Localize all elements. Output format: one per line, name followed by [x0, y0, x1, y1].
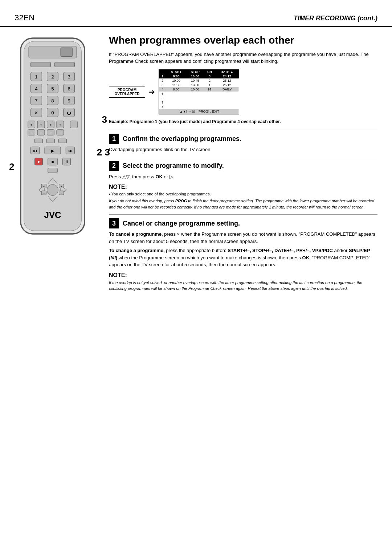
svg-text:+: + — [61, 185, 62, 188]
svg-text:+: + — [30, 123, 33, 127]
svg-text:■: ■ — [52, 159, 54, 164]
step-3-header: 3 Cancel or change programme setting. — [109, 218, 377, 228]
remote-control-image: 1 2 3 4 5 6 7 8 9 ✕ — [13, 34, 96, 243]
svg-rect-48 — [47, 139, 55, 143]
table-row: 49:0010:0092DAILY — [159, 87, 239, 92]
badge-23: 2 3 — [97, 147, 110, 158]
svg-rect-47 — [35, 139, 43, 143]
svg-text:4: 4 — [35, 86, 37, 92]
note-1-text: If you do not mind this overlap, press P… — [109, 198, 377, 210]
col-stop: STOP — [186, 70, 204, 74]
content-column: When programmes overlap each other If "P… — [102, 27, 392, 303]
svg-text:–: – — [30, 131, 33, 135]
step-2-header: 2 Select the programme to modify. — [109, 161, 377, 171]
nav-hint: [▲▼] → ☑ [PROG] : EXIT — [159, 109, 239, 114]
arrow-icon: ➔ — [149, 88, 155, 96]
page-header: 32EN TIMER RECORDING (cont.) — [0, 0, 392, 27]
svg-text:8: 8 — [51, 98, 54, 104]
badge-3: 3 — [102, 114, 107, 125]
step-2-body: Press △▽, then press OK or ▷. — [109, 173, 377, 181]
svg-rect-3 — [61, 48, 73, 56]
svg-text:▶: ▶ — [51, 149, 54, 153]
note-2-title: NOTE: — [109, 272, 377, 279]
svg-text:⏸: ⏸ — [65, 159, 69, 164]
step-1-section: 1 Confirm the overlapping programmes. Ov… — [109, 130, 377, 153]
main-content: 1 2 3 4 5 6 7 8 9 ✕ — [0, 27, 392, 303]
svg-text:JVC: JVC — [44, 210, 61, 220]
svg-point-67 — [47, 185, 58, 196]
table-row: 210:0010:45225.12 — [159, 78, 239, 83]
remote-svg: 1 2 3 4 5 6 7 8 9 ✕ — [13, 34, 93, 242]
step-2-badge: 2 — [109, 161, 119, 171]
table-row: 18:0010:00324.12 — [159, 74, 239, 78]
note-2: NOTE: If the overlap is not yet solved, … — [109, 272, 377, 292]
step-1-title: Confirm the overlapping programmes. — [123, 135, 241, 143]
note-1: NOTE: • You can only select one of the o… — [109, 184, 377, 210]
svg-text:7: 7 — [35, 98, 37, 104]
col-num — [159, 70, 166, 74]
svg-text:–: – — [40, 131, 42, 135]
svg-text:+: + — [59, 123, 61, 127]
svg-text:–: – — [60, 192, 62, 195]
svg-text:–: – — [50, 131, 52, 135]
svg-rect-5 — [55, 62, 75, 67]
program-overlapped-label: PROGRAM OVERLAPPED — [109, 86, 145, 98]
svg-text:●: ● — [37, 159, 40, 164]
svg-text:0: 0 — [51, 110, 54, 116]
step-2-title: Select the programme to modify. — [123, 162, 224, 170]
note-2-text: If the overlap is not yet solved, or ano… — [109, 280, 377, 292]
svg-text:6: 6 — [68, 86, 70, 92]
section-title: When programmes overlap each other — [109, 34, 377, 46]
step-1-body: Overlapping programmes blink on the TV s… — [109, 146, 377, 153]
col-ch: CH — [204, 70, 215, 74]
svg-rect-62 — [48, 168, 57, 173]
svg-text:–: – — [43, 192, 45, 195]
svg-rect-38 — [70, 121, 77, 128]
col-date: DATE ▲ — [215, 70, 239, 74]
page-title: TIMER RECORDING (cont.) — [294, 15, 377, 22]
svg-text:+: + — [50, 123, 52, 127]
table-row: 311:3013:00125.12 — [159, 83, 239, 87]
step-3-section: 3 Cancel or change programme setting. To… — [109, 214, 377, 268]
svg-text:⏻: ⏻ — [67, 110, 71, 116]
svg-text:1: 1 — [35, 74, 37, 80]
example-text: Example: Programme 1 (you have just made… — [109, 119, 377, 125]
svg-rect-49 — [59, 139, 67, 143]
remote-control-column: 1 2 3 4 5 6 7 8 9 ✕ — [0, 27, 102, 303]
step-3-badge: 3 — [109, 218, 119, 228]
svg-text:⏭: ⏭ — [68, 149, 72, 153]
step-1-header: 1 Confirm the overlapping programmes. — [109, 134, 377, 144]
table-row: 8 — [159, 105, 239, 109]
table-row: 5 — [159, 92, 239, 96]
svg-text:2: 2 — [51, 74, 54, 80]
col-start: START — [166, 70, 186, 74]
svg-text:3: 3 — [68, 74, 70, 80]
svg-text:✕: ✕ — [34, 110, 38, 116]
step-3-title: Cancel or change programme setting. — [123, 220, 240, 227]
intro-text: If "PROGRAM OVERLAPPED" appears, you hav… — [109, 51, 377, 65]
svg-text:9: 9 — [68, 98, 70, 104]
step-3-body: To cancel a programme, press × when the … — [109, 231, 377, 268]
note-1-title: NOTE: — [109, 184, 377, 190]
table-row: 6 — [159, 96, 239, 100]
svg-text:+: + — [43, 185, 45, 188]
svg-rect-4 — [31, 62, 51, 67]
page-number: 32EN — [15, 7, 34, 24]
table-row: 7 — [159, 100, 239, 105]
program-overlapped-diagram: PROGRAM OVERLAPPED ➔ START STOP CH DATE … — [109, 69, 377, 114]
svg-text:–: – — [59, 131, 61, 135]
program-table: START STOP CH DATE ▲ 18:0010:00324.12 21… — [159, 69, 239, 114]
step-2-section: 2 Select the programme to modify. Press … — [109, 157, 377, 181]
svg-text:+: + — [40, 123, 42, 127]
svg-text:5: 5 — [51, 86, 54, 92]
step-1-badge: 1 — [109, 134, 119, 144]
svg-rect-1 — [24, 41, 81, 231]
badge-2: 2 — [9, 161, 14, 173]
svg-text:⏮: ⏮ — [33, 149, 37, 153]
